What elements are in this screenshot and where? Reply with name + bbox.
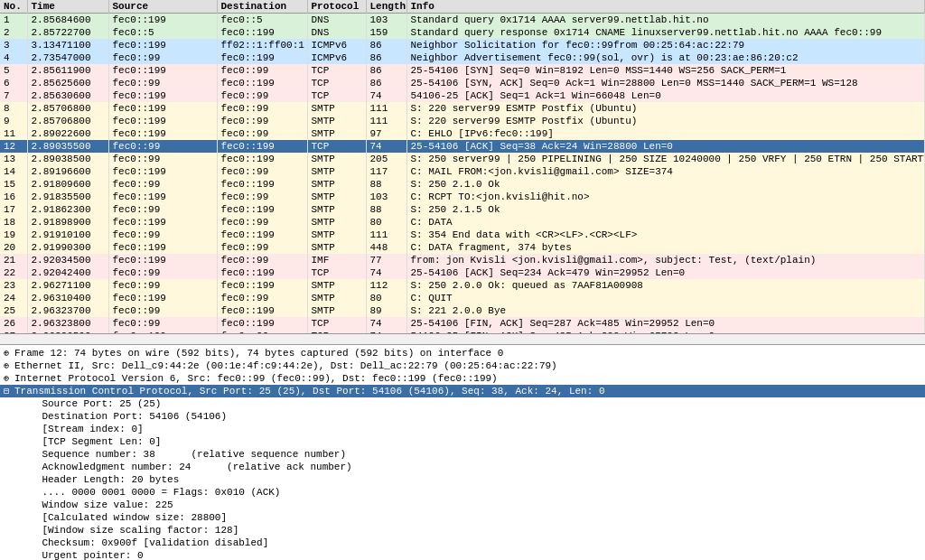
table-row[interactable]: 82.85706800fec0::199fec0::99SMTP111S: 22… xyxy=(0,102,925,115)
table-cell: 2.91910100 xyxy=(27,229,108,241)
table-cell: 2.85706800 xyxy=(27,102,108,115)
table-cell: 1 xyxy=(0,14,27,26)
table-row[interactable]: 232.96271100fec0::99fec0::199SMTP112S: 2… xyxy=(0,279,925,292)
table-cell: fec0::99 xyxy=(108,266,217,279)
table-cell: fec0::99 xyxy=(108,304,217,317)
table-row[interactable]: 42.73547000fec0::99fec0::199ICMPv686Neig… xyxy=(0,51,925,64)
table-cell: 86 xyxy=(366,77,406,89)
table-cell: C: QUIT xyxy=(406,292,925,304)
col-no: No. xyxy=(0,0,27,14)
col-proto: Protocol xyxy=(307,0,366,14)
table-cell: C: DATA xyxy=(406,216,925,229)
table-cell: SMTP xyxy=(307,241,366,254)
table-row[interactable]: 132.89038500fec0::99fec0::199SMTP205S: 2… xyxy=(0,153,925,165)
tcp-section[interactable]: ⊟ Transmission Control Protocol, Src Por… xyxy=(0,385,925,397)
table-cell: Neighbor Solicitation for fec0::99from 0… xyxy=(406,39,925,51)
table-cell: C: MAIL FROM:<jon.kvisli@gmail.com> SIZE… xyxy=(406,165,925,178)
tcp-detail-line: Checksum: 0x900f [validation disabled] xyxy=(0,537,925,549)
tcp-details-lines: Source Port: 25 (25) Destination Port: 5… xyxy=(0,397,925,560)
table-row[interactable]: 172.91862300fec0::99fec0::199SMTP88S: 25… xyxy=(0,203,925,216)
table-cell: 86 xyxy=(366,64,406,77)
table-cell: 2.85611900 xyxy=(27,64,108,77)
tcp-detail-line: Window size value: 225 xyxy=(0,499,925,511)
table-row[interactable]: 142.89196600fec0::199fec0::99SMTP117C: M… xyxy=(0,165,925,178)
table-cell: 89 xyxy=(366,304,406,317)
table-cell: 117 xyxy=(366,165,406,178)
table-cell: 2.89022600 xyxy=(27,127,108,140)
table-cell: 54106-25 [ACK] Seq=1 Ack=1 Win=66048 Len… xyxy=(406,89,925,102)
table-cell: fec0::199 xyxy=(217,26,307,39)
table-cell: fec0::99 xyxy=(217,165,307,178)
frame-label: Frame 12: 74 bytes on wire (592 bits), 7… xyxy=(14,348,503,359)
horizontal-scrollbar[interactable] xyxy=(0,334,925,345)
table-row[interactable]: 162.91835500fec0::199fec0::99SMTP103C: R… xyxy=(0,191,925,203)
table-cell: fec0::199 xyxy=(108,115,217,127)
table-row[interactable]: 212.92034500fec0::199fec0::99IMF77from: … xyxy=(0,254,925,266)
table-cell: fec0::199 xyxy=(217,140,307,153)
table-cell: fec0::199 xyxy=(108,14,217,26)
ip-section[interactable]: ⊕ Internet Protocol Version 6, Src: fec0… xyxy=(0,372,925,385)
table-row[interactable]: 72.85630600fec0::199fec0::99TCP7454106-2… xyxy=(0,89,925,102)
table-cell: 25-54106 [ACK] Seq=38 Ack=24 Win=28800 L… xyxy=(406,140,925,153)
table-cell: fec0::99 xyxy=(217,102,307,115)
table-cell: S: 221 2.0.0 Bye xyxy=(406,304,925,317)
table-cell: 74 xyxy=(366,266,406,279)
frame-section[interactable]: ⊕ Frame 12: 74 bytes on wire (592 bits),… xyxy=(0,347,925,359)
table-cell: 2.96323700 xyxy=(27,304,108,317)
table-row[interactable]: 22.85722700fec0::5fec0::199DNS159Standar… xyxy=(0,26,925,39)
table-row[interactable]: 192.91910100fec0::99fec0::199SMTP111S: 3… xyxy=(0,229,925,241)
ethernet-section[interactable]: ⊕ Ethernet II, Src: Dell_c9:44:2e (00:1e… xyxy=(0,359,925,372)
table-row[interactable]: 33.13471100fec0::199ff02::1:ff00:1ICMPv6… xyxy=(0,39,925,51)
table-cell: fec0::99 xyxy=(108,153,217,165)
table-row[interactable]: 222.92042400fec0::99fec0::199TCP7425-541… xyxy=(0,266,925,279)
table-cell: 74 xyxy=(366,317,406,330)
table-cell: 23 xyxy=(0,279,27,292)
table-row[interactable]: 122.89035500fec0::99fec0::199TCP7425-541… xyxy=(0,140,925,153)
table-cell: ICMPv6 xyxy=(307,39,366,51)
table-cell: TCP xyxy=(307,77,366,89)
table-cell: 12 xyxy=(0,140,27,153)
table-row[interactable]: 252.96323700fec0::99fec0::199SMTP89S: 22… xyxy=(0,304,925,317)
table-row[interactable]: 242.96310400fec0::199fec0::99SMTP80C: QU… xyxy=(0,292,925,304)
table-cell: Standard query 0x1714 AAAA server99.nett… xyxy=(406,14,925,26)
table-cell: 2.89196600 xyxy=(27,165,108,178)
packet-details-panel: ⊕ Frame 12: 74 bytes on wire (592 bits),… xyxy=(0,345,925,560)
table-row[interactable]: 262.96323800fec0::99fec0::199TCP7425-541… xyxy=(0,317,925,330)
table-cell: 80 xyxy=(366,292,406,304)
table-row[interactable]: 112.89022600fec0::199fec0::99SMTP97C: EH… xyxy=(0,127,925,140)
ip-expand-icon: ⊕ xyxy=(4,373,14,384)
table-cell: fec0::199 xyxy=(108,216,217,229)
packet-list[interactable]: No. Time Source Destination Protocol Len… xyxy=(0,0,925,334)
table-row[interactable]: 182.91898900fec0::199fec0::99SMTP80C: DA… xyxy=(0,216,925,229)
table-cell: 2.92042400 xyxy=(27,266,108,279)
table-row[interactable]: 152.91809600fec0::99fec0::199SMTP88S: 25… xyxy=(0,178,925,191)
table-row[interactable]: 92.85706800fec0::199fec0::99SMTP111S: 22… xyxy=(0,115,925,127)
table-cell: ff02::1:ff00:1 xyxy=(217,39,307,51)
table-row[interactable]: 52.85611900fec0::199fec0::99TCP8625-5410… xyxy=(0,64,925,77)
table-cell: 4 xyxy=(0,51,27,64)
table-cell: fec0::5 xyxy=(217,14,307,26)
table-cell: SMTP xyxy=(307,216,366,229)
table-cell: 111 xyxy=(366,229,406,241)
table-row[interactable]: 202.91990300fec0::199fec0::99SMTP448C: D… xyxy=(0,241,925,254)
table-cell: SMTP xyxy=(307,229,366,241)
table-cell: S: 250 2.0.0 Ok: queued as 7AAF81A00908 xyxy=(406,279,925,292)
table-cell: C: EHLO [IPv6:fec0::199] xyxy=(406,127,925,140)
table-cell: 25-54106 [ACK] Seq=234 Ack=479 Win=29952… xyxy=(406,266,925,279)
table-cell: fec0::199 xyxy=(217,304,307,317)
table-cell: C: RCPT TO:<jon.kvisli@hit.no> xyxy=(406,191,925,203)
table-cell: SMTP xyxy=(307,178,366,191)
table-cell: fec0::99 xyxy=(108,279,217,292)
table-cell: 2.96310400 xyxy=(27,292,108,304)
table-row[interactable]: 62.85625600fec0::99fec0::199TCP8625-5410… xyxy=(0,77,925,89)
table-cell: TCP xyxy=(307,64,366,77)
table-cell: fec0::99 xyxy=(108,317,217,330)
table-cell: 14 xyxy=(0,165,27,178)
table-row[interactable]: 12.85684600fec0::199fec0::5DNS103Standar… xyxy=(0,14,925,26)
table-cell: fec0::199 xyxy=(108,39,217,51)
tcp-expand-icon: ⊟ xyxy=(4,386,14,397)
packet-rows[interactable]: 12.85684600fec0::199fec0::5DNS103Standar… xyxy=(0,14,925,335)
table-cell: 80 xyxy=(366,216,406,229)
table-cell: fec0::99 xyxy=(108,203,217,216)
table-cell: 77 xyxy=(366,254,406,266)
